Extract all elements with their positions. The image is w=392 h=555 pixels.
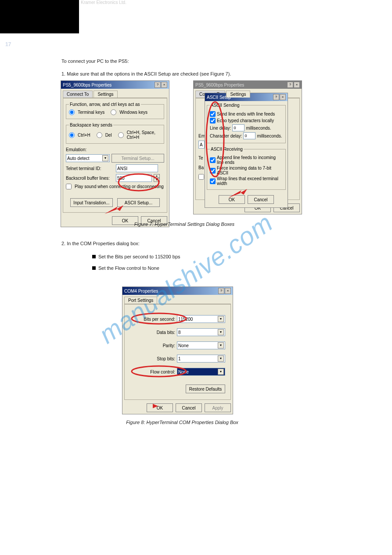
tab-port-settings[interactable]: Port Settings — [124, 297, 157, 304]
emulation-combo[interactable]: A — [198, 141, 205, 149]
help-icon[interactable]: ? — [155, 82, 161, 88]
dropdown-icon: ▼ — [218, 369, 224, 375]
note-text: Set the Flow control to None — [98, 265, 159, 271]
radio-ctrlh-space[interactable] — [118, 132, 124, 138]
emulation-label: Em — [198, 134, 205, 138]
checkbox-play-sound[interactable] — [66, 184, 72, 189]
help-icon[interactable]: ? — [218, 288, 224, 294]
checkbox-play-sound[interactable] — [198, 174, 204, 180]
help-icon[interactable]: ? — [287, 82, 293, 88]
dropdown-icon: ▼ — [218, 329, 224, 335]
radio-windows-keys[interactable] — [111, 109, 116, 115]
note-text: Set the Bits per second to 115200 bps — [98, 254, 180, 259]
tab-connect-to[interactable]: Connect To — [63, 91, 93, 98]
help-icon[interactable]: ? — [273, 94, 279, 100]
dropdown-icon: ▼ — [218, 342, 224, 348]
dialog-com-properties: COM4 Properties ?× Port Settings Bits pe… — [122, 287, 233, 414]
buffer-spinner[interactable]: ▲▼ — [154, 174, 160, 182]
parity-label: Parity: — [140, 343, 175, 348]
checkbox-force-7bit[interactable] — [210, 168, 216, 174]
ascii-setup-dialog: ASCII Setup ?× ASCII Sending Send line e… — [205, 93, 288, 208]
stop-label: Stop bits: — [140, 356, 175, 361]
close-icon[interactable]: × — [225, 288, 231, 294]
checkbox-send-line-ends[interactable] — [210, 111, 216, 117]
unit: milliseconds. — [246, 126, 271, 131]
radio-del[interactable] — [97, 132, 102, 138]
step-2a: 2. In the COM Properties dialog box: — [61, 241, 307, 246]
char-delay-input[interactable]: 0 — [243, 132, 255, 139]
dropdown-icon: ▼ — [218, 316, 224, 322]
label: Force incoming data to 7-bit ASCII — [217, 166, 283, 175]
buffer-label: Backscroll buffer lines: — [66, 176, 114, 181]
dropdown-icon: ▼ — [102, 155, 108, 161]
fieldset-function-keys: Function, arrow, and ctrl keys act as Te… — [66, 102, 164, 119]
label-terminal: Terminal keys — [78, 110, 104, 115]
close-icon[interactable]: × — [294, 82, 300, 88]
emulation-combo[interactable]: Auto detect▼ — [66, 154, 110, 162]
step-1: 1. Make sure that all the options in the… — [61, 71, 307, 76]
restore-defaults-button[interactable]: Restore Defaults — [186, 385, 225, 393]
label: Send line ends with line feeds — [217, 112, 275, 116]
checkbox-append-lf[interactable] — [210, 157, 216, 163]
close-icon[interactable]: × — [280, 94, 286, 100]
unit: milliseconds. — [257, 134, 282, 138]
buffer-input[interactable]: 500 — [116, 174, 152, 182]
stop-combo[interactable]: 1▼ — [177, 355, 225, 363]
fieldset-ascii-receiving: ASCII Receiving Append line feeds to inc… — [207, 147, 286, 190]
ok-button[interactable]: OK — [147, 403, 173, 412]
label: Ctrl+H, Space, Ctrl+H — [127, 130, 157, 140]
step-2c: Set the Flow control to None — [92, 265, 224, 271]
combo-value: 8 — [178, 330, 181, 335]
checkbox-echo[interactable] — [210, 118, 216, 123]
bits-combo[interactable]: 115200▼ — [177, 315, 225, 323]
ok-button[interactable]: OK — [219, 195, 245, 204]
legend: Function, arrow, and ctrl keys act as — [69, 102, 141, 107]
label: Wrap lines that exceed terminal width — [217, 176, 283, 186]
close-icon[interactable]: × — [161, 82, 167, 88]
header-black-box — [0, 0, 79, 33]
input-translation-button[interactable]: Input Translation... — [70, 198, 113, 207]
telnet-label: Telnet terminal ID: — [66, 166, 114, 171]
tab-settings[interactable]: Settings — [94, 91, 117, 98]
line-delay-label: Line delay: — [210, 126, 231, 131]
radio-terminal-keys[interactable] — [69, 109, 75, 115]
figure-8-caption: Figure 8: HyperTerminal COM Properties D… — [112, 420, 252, 425]
figure-7-caption: Figure 7: HyperTerminal Settings Dialog … — [119, 221, 250, 227]
label: Play sound when connecting or disconnect… — [75, 184, 164, 189]
page-number: 17 — [5, 41, 11, 47]
combo-value: 1 — [178, 356, 181, 361]
buffer-label: Ba — [198, 165, 204, 170]
title-text: PS5_9600bps Properties — [195, 83, 244, 87]
label: Ctrl+H — [78, 133, 90, 138]
cancel-button[interactable]: Cancel — [176, 403, 202, 412]
dialog-properties-left: PS5_9600bps Properties ? × Connect To Se… — [61, 80, 169, 227]
header-text: Kramer Electronics Ltd. — [81, 0, 126, 5]
telnet-label: Te — [198, 156, 203, 160]
radio-ctrlh[interactable] — [69, 132, 75, 138]
titlebar: PS5_9600bps Properties ? × — [61, 81, 169, 89]
char-delay-label: Character delay: — [210, 134, 242, 138]
emulation-label: Emulation: — [66, 147, 114, 152]
combo-value: A — [200, 142, 203, 147]
cancel-button[interactable]: Cancel — [248, 195, 274, 204]
combo-value: None — [178, 343, 189, 348]
title-text: COM4 Properties — [124, 289, 158, 294]
legend: Backspace key sends — [69, 123, 113, 127]
flow-combo[interactable]: None▼ — [177, 368, 225, 376]
line-delay-input[interactable]: 0 — [232, 124, 245, 131]
telnet-input[interactable]: ANSI — [116, 164, 158, 172]
intro-line: To connect your PC to the PS5: — [61, 58, 129, 64]
ascii-setup-button[interactable]: ASCII Setup... — [117, 198, 160, 207]
label: Del — [105, 133, 112, 138]
parity-combo[interactable]: None▼ — [177, 341, 225, 349]
titlebar: COM4 Properties ?× — [122, 287, 233, 295]
tab-settings[interactable]: Settings — [226, 91, 250, 98]
fieldset-backspace: Backspace key sends Ctrl+H Del Ctrl+H, S… — [66, 123, 164, 144]
data-label: Data bits: — [140, 330, 175, 335]
label-windows: Windows keys — [119, 110, 147, 115]
title-text: PS5_9600bps Properties — [63, 83, 111, 87]
combo-value: None — [178, 370, 189, 374]
apply-button: Apply — [205, 403, 231, 412]
checkbox-wrap-lines[interactable] — [210, 178, 216, 184]
data-combo[interactable]: 8▼ — [177, 328, 225, 336]
